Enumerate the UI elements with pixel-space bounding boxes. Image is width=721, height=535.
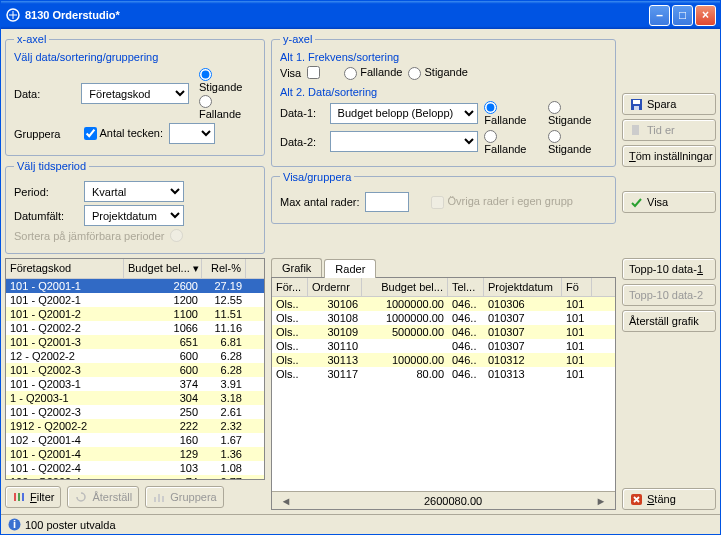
col-tel[interactable]: Tel... xyxy=(448,278,484,296)
scroll-right-icon[interactable]: ► xyxy=(593,495,609,507)
filter-icon xyxy=(12,490,26,504)
visa-checkbox[interactable] xyxy=(307,66,320,79)
table-row[interactable]: 101 - Q2001-41291.36 xyxy=(6,447,264,461)
alt1-stigande[interactable]: Stigande xyxy=(408,66,468,80)
close-icon xyxy=(629,492,643,506)
tab-grafik[interactable]: Grafik xyxy=(271,258,322,277)
col-budget2[interactable]: Budget bel... xyxy=(362,278,448,296)
topp10-1-button[interactable]: Topp-10 data-1 xyxy=(622,258,716,280)
data2-stigande[interactable]: Stigande xyxy=(548,129,607,155)
data1-label: Data-1: xyxy=(280,107,324,119)
table-row[interactable]: 101 - Q2001-2110011.51 xyxy=(6,307,264,321)
chart-icon xyxy=(152,490,166,504)
antal-checkbox[interactable] xyxy=(84,127,97,140)
check-icon xyxy=(629,195,643,209)
aterstall-grafik-button[interactable]: Återställ grafik xyxy=(622,310,716,332)
col-budget[interactable]: Budget bel... ▾ xyxy=(124,259,202,278)
window-title: 8130 Orderstudio* xyxy=(25,9,120,21)
asc-radio[interactable] xyxy=(199,68,212,81)
visa-button[interactable]: Visa xyxy=(622,191,716,213)
gruppera-button: Gruppera xyxy=(145,486,223,508)
table-row[interactable]: 101 - Q2003-13743.91 xyxy=(6,377,264,391)
svg-rect-4 xyxy=(632,125,639,135)
desc-radio[interactable] xyxy=(199,95,212,108)
col-fo2[interactable]: Fö xyxy=(562,278,592,296)
period-select[interactable]: Kvartal xyxy=(84,181,184,202)
visa-gruppera-legend: Visa/gruppera xyxy=(280,171,354,183)
table-row[interactable]: 101 - Q2002-41031.08 xyxy=(6,461,264,475)
data1-stigande[interactable]: Stigande xyxy=(548,101,607,127)
close-button[interactable]: × xyxy=(695,5,716,26)
right-grid-header[interactable]: För... Ordernr Budget bel... Tel... Proj… xyxy=(272,278,615,297)
tom-button[interactable]: Töm inställningar xyxy=(622,145,716,167)
right-grid[interactable]: För... Ordernr Budget bel... Tel... Proj… xyxy=(271,277,616,510)
svg-rect-3 xyxy=(634,106,639,110)
datumfalt-select[interactable]: Projektdatum xyxy=(84,205,184,226)
minimize-button[interactable]: – xyxy=(649,5,670,26)
app-icon xyxy=(5,7,21,23)
statusbar: i 100 poster utvalda xyxy=(1,514,720,534)
col-ordernr[interactable]: Ordernr xyxy=(308,278,362,296)
alt1-title: Alt 1. Frekvens/sortering xyxy=(280,51,607,63)
max-rader-input[interactable] xyxy=(365,192,409,212)
svg-rect-10 xyxy=(162,496,164,502)
table-row[interactable]: Ols..301081000000.00046..010307101 xyxy=(272,311,615,325)
x-axis-group: x-axel Välj data/sortering/gruppering Da… xyxy=(5,33,265,156)
svg-rect-5 xyxy=(14,493,16,501)
tab-rader[interactable]: Rader xyxy=(324,259,376,278)
table-row[interactable]: 102 - Q2001-41601.67 xyxy=(6,433,264,447)
alt1-fallande[interactable]: Fallande xyxy=(344,66,402,80)
col-projektdatum[interactable]: Projektdatum xyxy=(484,278,562,296)
period-label: Period: xyxy=(14,186,78,198)
filter-button[interactable]: Filter xyxy=(5,486,61,508)
scroll-left-icon[interactable]: ◄ xyxy=(278,495,294,507)
data-select[interactable]: Företagskod xyxy=(81,83,189,104)
table-row[interactable]: Ols..301061000000.00046..010306101 xyxy=(272,297,615,311)
x-axis-legend: x-axel xyxy=(14,33,49,45)
table-row[interactable]: Ols..30109500000.00046..010307101 xyxy=(272,325,615,339)
table-row[interactable]: 101 - Q2002-1120012.55 xyxy=(6,293,264,307)
group-label: Gruppera xyxy=(14,128,78,140)
table-row[interactable]: Ols..30110046..010307101 xyxy=(272,339,615,353)
data2-fallande[interactable]: Fallande xyxy=(484,129,542,155)
table-row[interactable]: 1 - Q2003-13043.18 xyxy=(6,391,264,405)
table-row[interactable]: 100 - Q2000-4740.77 xyxy=(6,475,264,479)
max-rader-label: Max antal rader: xyxy=(280,196,359,208)
table-row[interactable]: 101 - Q2002-32502.61 xyxy=(6,405,264,419)
stang-button[interactable]: Stäng xyxy=(622,488,716,510)
visa-gruppera-group: Visa/gruppera Max antal rader: Övriga ra… xyxy=(271,171,616,224)
table-row[interactable]: Ols..30113100000.00046..010312101 xyxy=(272,353,615,367)
sortera-label: Sortera på jämförbara perioder xyxy=(14,230,164,242)
sortera-radio xyxy=(170,229,183,242)
svg-text:i: i xyxy=(12,518,15,530)
app-window: 8130 Orderstudio* – □ × x-axel Välj data… xyxy=(0,0,721,535)
info-icon: i xyxy=(7,518,21,532)
left-grid[interactable]: Företagskod Budget bel... ▾ Rel-% 101 - … xyxy=(5,258,265,480)
door-icon xyxy=(629,123,643,137)
desc-radio-label[interactable]: Fallande xyxy=(199,95,256,121)
table-row[interactable]: 12 - Q2002-26006.28 xyxy=(6,349,264,363)
left-grid-header[interactable]: Företagskod Budget bel... ▾ Rel-% xyxy=(6,259,264,279)
table-row[interactable]: 1912 - Q2002-22222.32 xyxy=(6,419,264,433)
ovriga-label: Övriga rader i egen grupp xyxy=(431,195,572,209)
antal-select[interactable] xyxy=(169,123,215,144)
asc-radio-label[interactable]: Stigande xyxy=(199,67,256,93)
table-row[interactable]: 101 - Q2001-36516.81 xyxy=(6,335,264,349)
col-foretagskod[interactable]: Företagskod xyxy=(6,259,124,278)
alt2-title: Alt 2. Data/sortering xyxy=(280,86,607,98)
data1-select[interactable]: Budget belopp (Belopp) xyxy=(330,103,479,124)
titlebar[interactable]: 8130 Orderstudio* – □ × xyxy=(1,1,720,29)
col-rel[interactable]: Rel-% xyxy=(202,259,246,278)
status-text: 100 poster utvalda xyxy=(25,519,116,531)
data2-select[interactable] xyxy=(330,131,479,152)
maximize-button[interactable]: □ xyxy=(672,5,693,26)
table-row[interactable]: 101 - Q2002-36006.28 xyxy=(6,363,264,377)
table-row[interactable]: 101 - Q2002-2106611.16 xyxy=(6,321,264,335)
data1-fallande[interactable]: Fallande xyxy=(484,101,542,127)
table-row[interactable]: 101 - Q2001-1260027.19 xyxy=(6,279,264,293)
table-row[interactable]: Ols..3011780.00046..010313101 xyxy=(272,367,615,381)
datumfalt-label: Datumfält: xyxy=(14,210,78,222)
antal-checkbox-label[interactable]: Antal tecken: xyxy=(84,127,163,141)
spara-button[interactable]: Spara xyxy=(622,93,716,115)
col-for[interactable]: För... xyxy=(272,278,308,296)
